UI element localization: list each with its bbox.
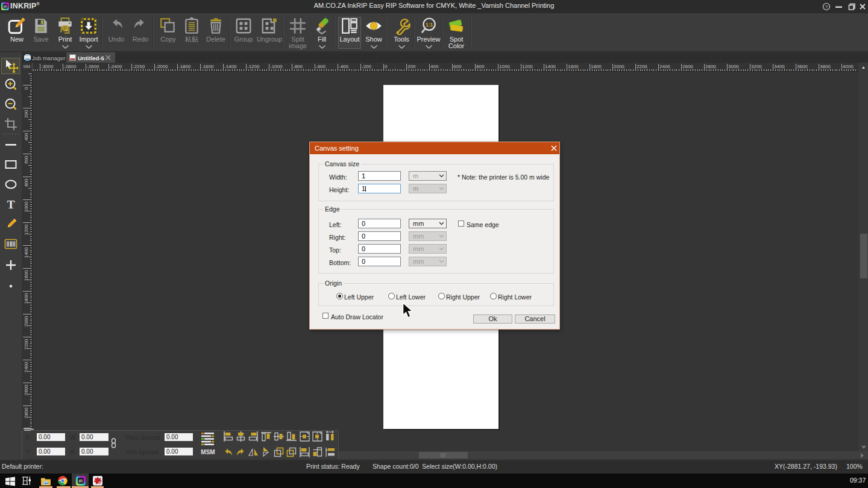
svg-text:-1800: -1800 xyxy=(178,64,191,69)
svg-text:4000: 4000 xyxy=(843,64,854,69)
svg-text:?: ? xyxy=(825,4,828,10)
svg-text:1000: 1000 xyxy=(24,201,29,212)
svg-text:1000: 1000 xyxy=(499,64,510,69)
svg-text:600: 600 xyxy=(24,155,29,164)
svg-text:2400: 2400 xyxy=(24,361,29,372)
svg-text:3600: 3600 xyxy=(797,64,808,69)
svg-text:800: 800 xyxy=(24,178,29,187)
svg-text:-200: -200 xyxy=(362,64,372,69)
svg-text:2200: 2200 xyxy=(24,339,29,349)
svg-text:1:1: 1:1 xyxy=(426,22,433,28)
svg-text:-800: -800 xyxy=(293,64,303,69)
svg-text:2800: 2800 xyxy=(24,407,29,418)
svg-text:400: 400 xyxy=(430,64,439,69)
svg-text:3200: 3200 xyxy=(751,64,762,69)
svg-text:1600: 1600 xyxy=(24,270,29,281)
svg-text:-600: -600 xyxy=(316,64,326,69)
svg-text:2600: 2600 xyxy=(682,64,693,69)
svg-text:2000: 2000 xyxy=(24,316,29,327)
svg-text:-1200: -1200 xyxy=(247,64,260,69)
svg-text:1400: 1400 xyxy=(545,64,556,69)
svg-text:0: 0 xyxy=(385,64,388,69)
svg-text:-3000: -3000 xyxy=(41,64,54,69)
svg-text:-2200: -2200 xyxy=(133,64,145,69)
svg-text:iR: iR xyxy=(78,478,83,484)
svg-text:1800: 1800 xyxy=(591,64,602,69)
svg-text:-1600: -1600 xyxy=(201,64,214,69)
svg-text:-1400: -1400 xyxy=(224,64,237,69)
svg-text:200: 200 xyxy=(407,64,416,69)
svg-text:T: T xyxy=(7,198,15,211)
svg-text:3400: 3400 xyxy=(774,64,785,69)
svg-text:-2800: -2800 xyxy=(64,64,77,69)
svg-text:200: 200 xyxy=(24,110,29,118)
svg-text:2000: 2000 xyxy=(614,64,624,69)
svg-text:1200: 1200 xyxy=(522,64,533,69)
svg-text:1200: 1200 xyxy=(24,224,29,235)
svg-text:0: 0 xyxy=(24,87,29,90)
svg-text:800: 800 xyxy=(476,64,485,69)
svg-text:600: 600 xyxy=(453,64,462,69)
svg-text:-2400: -2400 xyxy=(110,64,122,69)
svg-text:2600: 2600 xyxy=(24,384,29,395)
svg-text:1400: 1400 xyxy=(24,247,29,258)
svg-text:-400: -400 xyxy=(339,64,349,69)
svg-text:-1000: -1000 xyxy=(270,64,283,69)
svg-text:2400: 2400 xyxy=(659,64,670,69)
svg-text:1600: 1600 xyxy=(568,64,579,69)
svg-text:3800: 3800 xyxy=(820,64,831,69)
svg-text:2200: 2200 xyxy=(637,64,647,69)
svg-text:400: 400 xyxy=(24,133,29,141)
svg-text:-2000: -2000 xyxy=(156,64,168,69)
svg-text:-2600: -2600 xyxy=(87,64,99,69)
svg-text:1800: 1800 xyxy=(24,293,29,304)
svg-text:3000: 3000 xyxy=(728,64,739,69)
svg-text:2800: 2800 xyxy=(705,64,716,69)
